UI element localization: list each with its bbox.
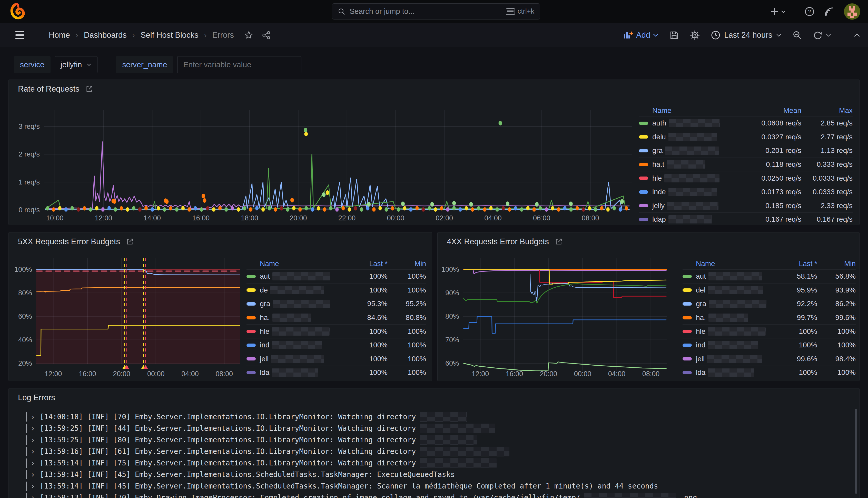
legend-row[interactable]: gra92.2%86.2% [683,297,856,311]
legend-row[interactable]: hle0.0250 req/s0.0333 req/s [639,171,853,185]
new-button[interactable] [771,7,786,16]
legend-row[interactable]: ha.99.7%99.6% [683,311,856,325]
panel-log-errors: Log Errors ›[14:00:10] [INF] [70] Emby.S… [9,388,859,498]
menu-toggle-button[interactable] [15,31,24,39]
legend-row[interactable]: ind100%100% [246,338,426,352]
panel-title[interactable]: 4XX Requests Error Budgets [447,237,563,246]
breadcrumb-home[interactable]: Home [49,30,70,40]
collapse-topbar-button[interactable] [853,32,861,38]
legend-row[interactable]: delu0.0327 req/s2.77 req/s [639,130,853,144]
legend-row[interactable]: ind100%100% [683,338,856,352]
service-variable-select[interactable]: jellyfin [55,56,97,73]
legend-col-2[interactable]: Max [801,106,853,115]
svg-text:1 req/s: 1 req/s [18,178,40,186]
log-scrollbar[interactable] [855,409,857,494]
legend-row[interactable]: ha.84.6%80.8% [246,311,426,325]
log-row[interactable]: ›[13:59:13] [INF] [70] Emby.Drawing.Imag… [26,492,852,498]
time-range-picker[interactable]: Last 24 hours [711,30,782,40]
breadcrumb-folder[interactable]: Self Host Blocks [141,30,199,40]
log-level-bar [26,470,27,479]
log-row[interactable]: ›[13:59:14] [INF] [45] Emby.Server.Imple… [26,469,852,480]
legend-row[interactable]: gra0.201 req/s1.13 req/s [639,144,853,158]
legend-col-2[interactable]: Min [817,260,856,268]
log-row[interactable]: ›[13:59:14] [INF] [45] Emby.Server.Imple… [26,480,852,492]
legend-row[interactable]: lda100%100% [683,366,856,379]
log-level-bar [26,493,27,498]
legend-value-1: 0.0608 req/s [735,119,801,127]
search-input[interactable]: Search or jump to... ctrl+k [332,3,540,19]
series-color-pill [639,176,648,180]
series-name: lda [696,368,705,377]
legend-row[interactable]: hle100%100% [683,324,856,338]
legend-row[interactable]: ha.t0.118 req/s0.333 req/s [639,158,853,171]
expand-log-icon[interactable]: › [30,412,36,421]
panel-title[interactable]: Log Errors [18,393,55,402]
legend-row[interactable]: inde0.0173 req/s0.0333 req/s [639,185,853,199]
log-row[interactable]: ›[13:59:16] [INF] [61] Emby.Server.Imple… [26,446,852,457]
server-name-variable-input[interactable]: Enter variable value [177,56,302,73]
log-row[interactable]: ›[13:59:25] [INF] [44] Emby.Server.Imple… [26,422,852,434]
log-row[interactable]: ›[13:59:25] [INF] [80] Emby.Server.Imple… [26,434,852,446]
legend-row[interactable]: lda100%100% [246,366,426,379]
series-name: de [260,286,268,294]
series-color-pill [639,149,648,153]
legend-col-1[interactable]: Last * [769,260,817,268]
legend-col-name[interactable]: Name [683,260,769,268]
legend-value-2: 80.8% [388,314,426,322]
save-dashboard-button[interactable] [669,30,679,40]
avatar[interactable] [844,3,860,20]
legend-row[interactable]: auth0.0608 req/s2.85 req/s [639,116,853,130]
legend-row[interactable]: de100%100% [246,283,426,297]
breadcrumb: Home › Dashboards › Self Host Blocks › E… [49,30,271,40]
panel-title[interactable]: 5XX Requests Error Budgets [18,237,134,246]
legend-row[interactable]: jelly0.185 req/s2.33 req/s [639,199,853,213]
expand-log-icon[interactable]: › [30,470,36,479]
legend-col-1[interactable]: Mean [735,106,801,115]
legend-row[interactable]: gra95.3%95.2% [246,297,426,311]
dashboard-settings-button[interactable] [690,30,700,40]
expand-log-icon[interactable]: › [30,458,36,468]
legend-row[interactable]: jell99.6%98.4% [683,352,856,366]
expand-log-icon[interactable]: › [30,424,36,433]
external-link-icon[interactable] [126,238,134,246]
zoom-out-button[interactable] [792,30,802,40]
share-button[interactable] [262,30,271,40]
refresh-button[interactable] [813,30,831,40]
add-button[interactable]: Add [623,30,658,40]
legend-col-1[interactable]: Last * [339,260,388,268]
legend-row[interactable]: aut100%100% [246,270,426,283]
news-button[interactable] [824,6,834,17]
breadcrumb-dashboards[interactable]: Dashboards [84,30,127,40]
legend-col-2[interactable]: Min [388,260,426,268]
legend-value-1: 0.0250 req/s [735,174,801,182]
expand-log-icon[interactable]: › [30,493,36,498]
external-link-icon[interactable] [85,85,93,93]
rss-icon [824,6,834,17]
legend-row[interactable]: hle100%100% [246,324,426,338]
legend-row[interactable]: aut58.1%56.8% [683,270,856,283]
series-name: del [696,286,705,294]
legend-row[interactable]: del95.9%93.9% [683,283,856,297]
legend-row[interactable]: ldap0.167 req/s0.167 req/s [639,212,853,226]
panel-title[interactable]: Rate of Requests [18,84,93,94]
legend-row[interactable]: jell100%100% [246,352,426,366]
legend-col-name[interactable]: Name [246,260,339,268]
help-button[interactable]: ? [804,6,815,17]
series-color-pill [683,275,692,278]
log-row[interactable]: ›[14:00:10] [INF] [70] Emby.Server.Imple… [26,411,852,422]
external-link-icon[interactable] [555,238,563,246]
series-color-pill [246,302,256,305]
expand-log-icon[interactable]: › [30,447,36,456]
series-name: gra [652,146,663,155]
svg-text:60%: 60% [18,313,32,320]
log-text: [13:59:14] [INF] [45] Emby.Server.Implem… [40,470,455,479]
favorite-star-button[interactable] [244,30,253,40]
legend-col-name[interactable]: Name [639,106,735,115]
expand-log-icon[interactable]: › [30,435,36,444]
expand-log-icon[interactable]: › [30,482,36,490]
series-name: hle [652,174,662,182]
legend-value-2: 98.4% [817,355,856,363]
log-row[interactable]: ›[13:59:14] [INF] [75] Emby.Server.Imple… [26,457,852,469]
legend-value-2: 95.2% [388,300,426,308]
grafana-logo-icon[interactable] [9,3,26,20]
